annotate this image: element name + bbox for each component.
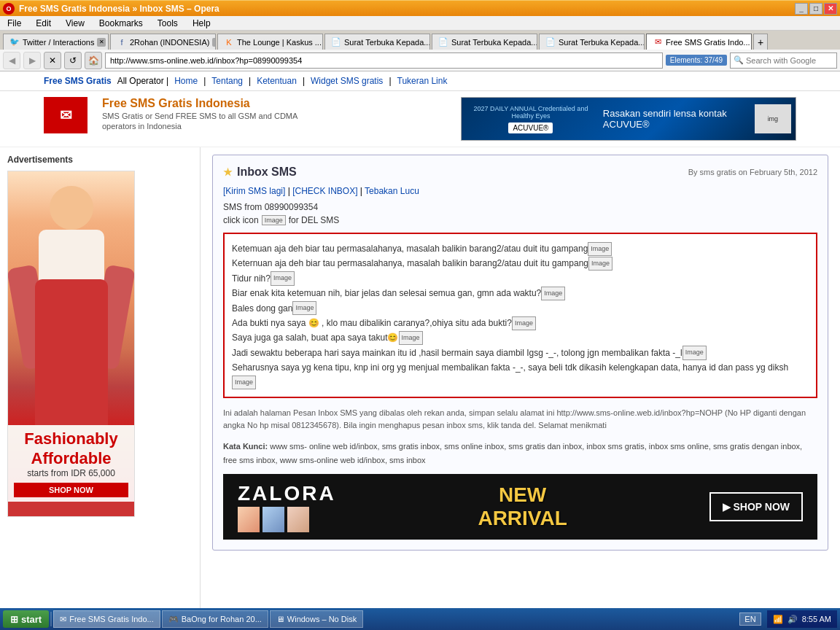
sidebar-ad-image: FashionablyAffordable starts from IDR 65… [8,171,134,516]
ad-image: img [755,104,791,133]
site-subtitle-1: SMS Gratis or Send FREE SMS to all GSM a… [102,112,446,120]
msg-img-4: Image [292,301,316,315]
byline: By sms gratis on February 5th, 2012 [688,168,817,176]
msg-img-8: Image [232,376,256,389]
taskbar-item-windows[interactable]: 🖥 Windows – No Disk [270,610,363,628]
tab-bar: 🐦 Twitter / Interactions ✕ f 2Rohan (IND… [0,31,840,50]
menu-file[interactable]: File [4,18,24,28]
link-tebakan[interactable]: Tebakan Lucu [365,186,419,196]
tab-surat2[interactable]: 📄 Surat Terbuka Kepada... ✕ [432,34,537,50]
maximize-button[interactable]: □ [809,3,822,15]
site-header: ✉ Free SMS Gratis Indonesia SMS Gratis o… [0,91,840,147]
taskbar-item-label-windows: Windows – No Disk [287,615,357,623]
message-line-0: Ketemuan aja deh biar tau permasalahanya… [232,241,809,256]
tab-favicon-surat3: 📄 [545,37,556,47]
search-input[interactable] [746,56,833,65]
opera-icon: O [3,3,15,15]
star-icon: ★ [223,166,233,178]
action-links: [Kirim SMS lagi] | [CHECK INBOX] | Tebak… [223,186,817,196]
keywords-text: www sms- online web id/inbox, sms gratis… [223,442,802,464]
taskbar-item-icon-baong: 🎮 [168,615,179,624]
language-button[interactable]: EN [739,612,761,626]
tab-2rohan[interactable]: f 2Rohan (INDONESIA) ✕ [110,34,216,50]
start-label: start [21,614,42,625]
site-nav-tukeran[interactable]: Tukeran Link [397,76,448,86]
sidebar-ad-btn[interactable]: SHOP NOW [14,483,128,497]
footer-info: Ini adalah halaman Pesan Inbox SMS yang … [223,407,817,432]
tab-surat1[interactable]: 📄 Surat Terbuka Kepada... ✕ [324,34,430,50]
taskbar-sep [50,612,52,626]
tab-favicon-smsfree: ✉ [653,37,663,47]
menu-view[interactable]: View [63,18,88,28]
message-line-4: Bales dong gan Image [232,301,809,316]
tab-lounge[interactable]: K The Lounge | Kaskus ... ✕ [217,34,323,50]
menu-help[interactable]: Help [190,18,214,28]
stop-button[interactable]: ✕ [44,52,61,69]
sms-from-text: SMS from 08990099354 [223,202,318,212]
site-nav-sep1: All Operator | [117,76,168,86]
taskbar: ⊞ start ✉ Free SMS Gratis Indo... 🎮 BaOn… [0,608,840,630]
menu-bookmarks[interactable]: Bookmarks [96,18,146,28]
tab-smsfree[interactable]: ✉ Free SMS Gratis Indo... ✕ [646,34,752,50]
taskbar-item-icon-windows: 🖥 [276,615,284,623]
link-check[interactable]: [CHECK INBOX] [292,186,357,196]
sys-tray: 📶 🔊 8:55 AM [767,610,837,628]
main-layout: Advertisements FashionablyAffordable sta… [0,147,840,608]
site-main-title: Free SMS Gratis Indonesia [102,97,446,110]
bottom-ad[interactable]: ZALORA [223,474,817,540]
sidebar: Advertisements FashionablyAffordable sta… [0,147,201,608]
site-ad-banner[interactable]: 2027 DAILY ANNUAL Credentialed and Healt… [461,97,796,141]
message-line-1: Keternuan aja deh biar tau permasalahany… [232,256,809,271]
forward-button[interactable]: ▶ [23,52,41,69]
address-bar[interactable] [105,52,663,69]
sidebar-ad: FashionablyAffordable starts from IDR 65… [7,171,135,517]
close-button[interactable]: ✕ [824,3,837,15]
site-nav-widget[interactable]: Widget SMS gratis [311,76,383,86]
menu-edit[interactable]: Edit [33,18,54,28]
message-line-3: Biar enak kita ketemuan nih, biar jelas … [232,286,809,300]
start-button[interactable]: ⊞ start [3,610,49,628]
tab-twitter[interactable]: 🐦 Twitter / Interactions ✕ [3,34,109,50]
tab-favicon-surat2: 📄 [438,37,448,47]
message-line-7: Jadi sewaktu beberapa hari saya mainkan … [232,346,809,360]
tab-close-twitter[interactable]: ✕ [97,38,106,47]
site-nav-tentang[interactable]: Tentang [211,76,243,86]
menu-tools[interactable]: Tools [155,18,181,28]
taskbar-item-icon-smsfree: ✉ [60,615,66,624]
sms-info: SMS from 08990099354 [223,202,817,212]
back-button[interactable]: ◀ [3,52,20,69]
taskbar-item-smsfree[interactable]: ✉ Free SMS Gratis Indo... [53,610,160,628]
site-nav-ketentuan[interactable]: Ketentuan [257,76,297,86]
zalora-logo: ZALORA [238,482,336,532]
taskbar-item-baong[interactable]: 🎮 BaOng for Rohan 20... [162,610,268,628]
shop-now-button[interactable]: ▶ SHOP NOW [709,492,803,521]
link-kirim[interactable]: [Kirim SMS lagi] [223,186,285,196]
tab-close-2rohan[interactable]: ✕ [212,38,216,47]
minimize-button[interactable]: _ [795,3,808,15]
message-line-5: Ada bukti nya saya 😊 , klo mau dibalikin… [232,316,809,330]
sms-logo-envelope: ✉ [60,106,72,124]
new-arrival-text: NEW ARRIVAL [478,483,567,530]
clock: 8:55 AM [802,615,831,623]
browser-content: Free SMS Gratis All Operator | Home | Te… [0,71,840,608]
reload-button[interactable]: ↺ [64,52,82,69]
tab-surat3[interactable]: 📄 Surat Terbuka Kepada... ✕ [539,34,645,50]
window-title: Free SMS Gratis Indonesia » Inbox SMS – … [19,4,219,14]
tab-add-button[interactable]: + [753,34,768,50]
site-nav-home[interactable]: Home [174,76,198,86]
inbox-title: ★ Inbox SMS [223,166,297,179]
menu-bar: File Edit View Bookmarks Tools Help [0,16,840,31]
site-nav-brand[interactable]: Free SMS Gratis [44,76,112,86]
msg-img-5: Image [512,316,536,330]
message-line-2: Tidur nih? Image [232,271,809,286]
sidebar-title: Advertisements [7,155,192,165]
msg-img-1: Image [588,257,612,271]
main-content: ★ Inbox SMS By sms gratis on February 5t… [201,147,840,608]
taskbar-item-label-smsfree: Free SMS Gratis Indo... [69,615,154,623]
site-subtitle-2: operators in Indonesia [102,122,446,131]
home-button[interactable]: 🏠 [85,52,102,69]
site-nav: Free SMS Gratis All Operator | Home | Te… [0,71,840,91]
sidebar-ad-text2: starts from IDR 65,000 [14,468,128,478]
msg-img-7: Image [682,346,707,359]
sidebar-ad-text1: FashionablyAffordable [14,429,128,468]
